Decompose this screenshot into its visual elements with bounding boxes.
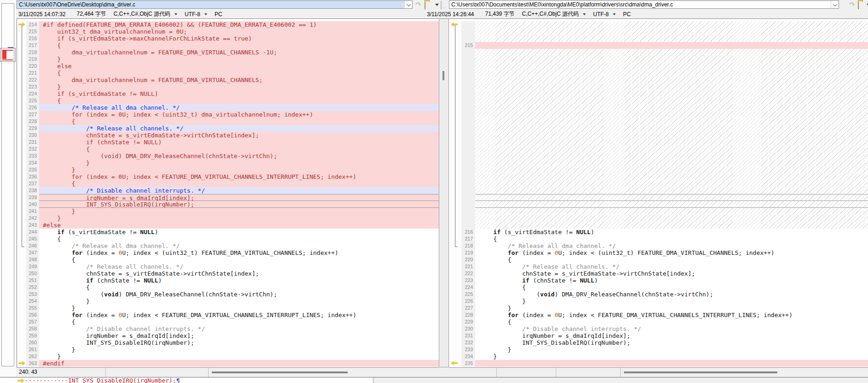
line-content[interactable] [475,166,868,173]
line-content[interactable] [475,70,868,77]
left-filetype-dropdown-caret[interactable] [175,13,177,15]
code-line[interactable]: 235 } [17,166,439,173]
line-content[interactable]: { [39,180,439,187]
code-line[interactable]: 262 } [17,353,439,360]
code-line[interactable]: 219 for (index = 0U; index < (uint32_t) … [449,249,868,256]
line-content[interactable]: dma_virtualchannelnum = FEATURE_DMA_VIRT… [39,49,439,56]
code-line[interactable]: 232 INT_SYS_DisableIRQ(irqNumber); [449,339,868,346]
code-line[interactable]: 214#if defined(FEATURE_DMA_ERRATA_E40600… [17,21,439,28]
code-line[interactable]: 223 } [17,83,439,90]
line-content[interactable]: /* Release all dma channel. */ [39,242,439,249]
code-line[interactable]: 230 /* Disable channel interrupts. */ [449,325,868,332]
code-line[interactable]: 215 uint32_t dma_virtualchannelnum = 0U; [17,28,439,35]
line-content[interactable] [475,42,868,49]
line-content[interactable]: irqNumber = s_dmaIrqId[index]; [39,194,439,201]
code-line[interactable] [449,83,868,90]
code-line[interactable]: 263#endif [17,360,439,367]
code-line[interactable]: 217 { [449,236,868,242]
line-content[interactable]: } [39,215,439,222]
code-line[interactable]: 247 for (index = 0U; index < (uint32_t) … [17,249,439,256]
line-content[interactable]: { [475,284,868,291]
line-content[interactable]: { [39,318,439,325]
line-content[interactable] [475,118,868,125]
line-content[interactable] [475,187,868,194]
code-line[interactable]: 221 /* Release all channels. */ [449,263,868,270]
line-content[interactable] [475,222,868,229]
code-line[interactable]: 257 { [17,318,439,325]
code-line[interactable]: 237 { [17,180,439,187]
code-line[interactable] [449,132,868,139]
code-line[interactable]: 254 } [17,298,439,305]
line-content[interactable]: (void) DMA_DRV_ReleaseChannel(chnState->… [475,291,868,298]
code-line[interactable]: 225 (void) DMA_DRV_ReleaseChannel(chnSta… [449,291,868,298]
line-content[interactable]: } [39,305,439,312]
line-content[interactable] [475,153,868,159]
line-content[interactable] [475,132,868,139]
code-line[interactable]: 216 if (s_virtEdmaState->maxChannelForCh… [17,35,439,42]
line-content[interactable]: /* Release all channels. */ [39,263,439,270]
line-content[interactable]: { [39,70,439,77]
vertical-scrollbar-thumb[interactable] [443,71,444,80]
location-overview-pane[interactable] [1,3,14,366]
line-content[interactable] [475,208,868,215]
line-content[interactable]: } [475,298,868,305]
line-content[interactable] [475,83,868,90]
line-content[interactable]: for (index = 0U; index < FEATURE_DMA_VIR… [475,312,868,318]
line-content[interactable]: INT_SYS_DisableIRQ(irqNumber); [39,339,439,346]
code-line[interactable]: 226 /* Release all dma channel. */ [17,104,439,111]
line-content[interactable]: #if defined(FEATURE_DMA_ERRATA_E406002) … [39,21,439,28]
code-line[interactable] [449,153,868,159]
line-content[interactable] [475,97,868,104]
line-content[interactable]: #else [39,222,439,229]
code-line[interactable]: 235 [449,360,868,367]
code-line[interactable]: 219 } [17,56,439,63]
code-line[interactable] [449,194,868,201]
right-file-path[interactable]: C:\Users\tx007\Documents\test\ME0\xinton… [449,1,831,8]
code-line[interactable] [449,201,868,208]
code-line[interactable] [449,49,868,56]
code-line[interactable]: 222 dma_virtualchannelnum = FEATURE_DMA_… [17,77,439,83]
code-line[interactable]: 248 { [17,256,439,263]
code-line[interactable]: 240 INT_SYS_DisableIRQ(irqNumber); [17,201,439,208]
line-content[interactable]: for (index = 0U; index < FEATURE_DMA_VIR… [39,312,439,318]
code-line[interactable]: 242 } [17,215,439,222]
line-content[interactable] [475,194,868,201]
code-line[interactable]: 249 /* Release all channels. */ [17,263,439,270]
line-content[interactable]: chnState = s_virtEdmaState->virtChnState… [39,132,439,139]
right-file-path-combobox[interactable]: C:\Users\tx007\Documents\test\ME0\xinton… [449,0,839,9]
code-line[interactable]: 227 } [449,305,868,312]
line-content[interactable]: /* Disable channel interrupts. */ [475,325,868,332]
code-line[interactable]: 253 (void) DMA_DRV_ReleaseChannel(chnSta… [17,291,439,298]
code-line[interactable]: 223 if (chnState != NULL) [449,277,868,284]
code-line[interactable] [449,139,868,146]
line-content[interactable]: if (chnState != NULL) [475,277,868,284]
line-content[interactable]: { [39,236,439,242]
right-path-dropdown-button[interactable] [831,1,839,8]
line-content[interactable]: /* Disable channel interrupts. */ [39,187,439,194]
code-line[interactable]: 255 } [17,305,439,312]
line-content[interactable]: for (index = 0U; index < (uint32_t) FEAT… [39,249,439,256]
line-content[interactable]: chnState = s_virtEdmaState->virtChnState… [39,270,439,277]
vertical-scrollbar[interactable] [439,18,449,367]
line-content[interactable] [475,159,868,166]
code-line[interactable]: 244 if (s_virtEdmaState != NULL) [17,229,439,236]
line-content[interactable] [475,111,868,118]
code-line[interactable]: 228 for (index = 0U; index < FEATURE_DMA… [449,312,868,318]
code-line[interactable]: 252 { [17,284,439,291]
line-content[interactable]: if (chnState != NULL) [39,277,439,284]
line-content[interactable]: } [475,346,868,353]
code-line[interactable]: 228 { [17,118,439,125]
code-line[interactable] [449,146,868,153]
code-line[interactable]: 229 { [449,318,868,325]
code-line[interactable]: 226 } [449,298,868,305]
line-content[interactable]: for (index = 0U; index < (uint32_t) FEAT… [475,249,868,256]
code-line[interactable] [449,173,868,180]
line-content[interactable]: irqNumber = s_dmaIrqId[index]; [475,332,868,339]
left-horizontal-scrollbar-thumb[interactable] [212,371,348,373]
line-content[interactable] [475,49,868,56]
code-line[interactable]: 233 } [449,346,868,353]
line-content[interactable]: else [39,63,439,70]
line-content[interactable] [475,173,868,180]
line-content[interactable]: if (chnState != NULL) [39,139,439,146]
left-code-pane[interactable]: 214#if defined(FEATURE_DMA_ERRATA_E40600… [17,18,439,367]
